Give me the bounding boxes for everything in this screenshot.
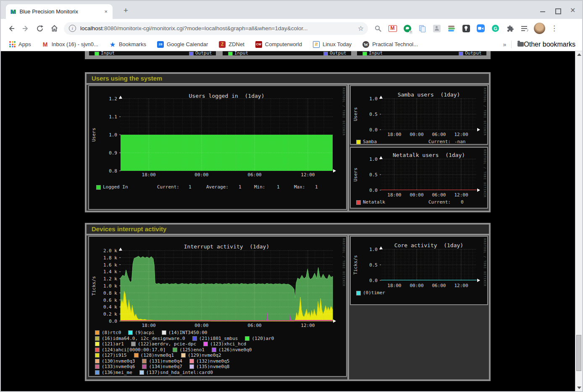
zoom-camera-extension-icon[interactable] <box>473 21 488 36</box>
y-tick-label: 0.0 <box>357 127 378 133</box>
disabled-person-extension-icon[interactable] <box>429 21 444 36</box>
bookmark-practical-technology[interactable]: W Practical Technol... <box>362 41 418 48</box>
legend-label: (134)nvme0q7 <box>149 364 182 369</box>
computerworld-icon: CW <box>255 41 262 48</box>
search-extension-icon[interactable] <box>370 21 385 36</box>
legend-swatch <box>189 364 194 369</box>
samba-users-graph[interactable]: Samba users (1day)Users1.00.50.018:0000:… <box>350 85 488 145</box>
zdnet-icon: Z <box>219 41 226 48</box>
legend-label: (128)nvme0q1 <box>141 353 174 358</box>
legend-swatch <box>128 330 133 335</box>
window-maximize-button[interactable] <box>555 8 561 14</box>
copy-pages-extension-icon[interactable] <box>415 21 429 36</box>
legend-label: Samba <box>363 139 377 144</box>
y-tick-label: 0.0 <box>357 188 378 193</box>
legend-row: (8)rtc0(9)acpi(14)INT3450:00 <box>95 330 281 336</box>
legend-label: (135)nvme0q8 <box>196 364 229 369</box>
legend-row: (130)nvme0q3(131)nvme0q4(132)nvme0q5 <box>95 358 281 364</box>
top-partial-graph-2[interactable]: Input Output <box>222 51 352 56</box>
y-tick-label: 1.0 <box>357 96 378 102</box>
y-tick-label: 1.8 k <box>96 255 117 261</box>
legend-swatch <box>95 370 100 375</box>
legend-swatch <box>356 140 361 144</box>
bookmark-star-icon[interactable]: ☆ <box>358 24 364 32</box>
x-tick-label: 06:00 <box>432 192 446 198</box>
top-partial-graph-3[interactable]: Input Output <box>356 51 487 56</box>
output-legend-swatch <box>459 52 463 56</box>
y-tick-label: 0.5 <box>357 262 378 268</box>
stat-value: 1 <box>315 184 318 190</box>
url-text[interactable]: localhost:8080/monitorix-cgi/monitorix.c… <box>80 25 354 31</box>
input-legend-swatch <box>228 52 233 56</box>
tab-close-icon[interactable]: × <box>102 8 109 16</box>
y-tick-label: 0.0 <box>357 278 378 283</box>
page-scrollbar[interactable] <box>575 51 582 391</box>
stat-value: 0 <box>461 199 464 205</box>
legend-label: (127)i915 <box>102 353 127 358</box>
apps-shortcut[interactable]: Apps <box>9 41 31 47</box>
back-button[interactable] <box>4 21 18 36</box>
chrome-menu-icon[interactable]: ⋮ <box>547 21 562 36</box>
graph-title: Users logged in (1day) <box>189 93 264 99</box>
y-tick-label: 0.9 <box>96 150 117 156</box>
legend-label: Logged In <box>103 184 128 190</box>
x-tick-label: 06:00 <box>432 132 446 137</box>
x-tick-label: 06:00 <box>432 283 446 288</box>
y-tick-label: 0.6 k <box>96 298 117 303</box>
stat-value: -nan <box>454 139 466 144</box>
y-tick-label: 0.5 <box>357 172 378 178</box>
y-tick-label: 1.0 <box>357 157 378 162</box>
other-bookmarks-label[interactable]: Other bookmarks <box>524 41 575 48</box>
users-logged-in-graph[interactable]: Users logged in (1day)Users1.21.11.00.90… <box>88 85 347 210</box>
legend-label: (21)i801_smbus <box>199 336 238 341</box>
forward-button[interactable] <box>18 21 33 36</box>
scrollbar-thumb[interactable] <box>576 335 581 371</box>
input-legend-label: Input <box>101 51 115 56</box>
scrollbar-down-arrow[interactable] <box>577 387 581 389</box>
playlist-extension-icon[interactable]: ♪ <box>517 21 532 36</box>
core-activity-graph[interactable]: Core activity (1day)Ticks/s1.00.50.018:0… <box>350 236 488 305</box>
window-close-button[interactable]: ✕ <box>570 6 575 14</box>
grammarly-extension-icon[interactable]: G <box>488 21 503 36</box>
extensions-puzzle-icon[interactable] <box>503 21 517 36</box>
reload-button[interactable] <box>33 21 47 36</box>
gmail-extension-icon[interactable]: M <box>385 21 400 36</box>
site-info-icon[interactable]: i <box>69 25 76 32</box>
legend-label: (126)nvme0q0 <box>218 347 252 353</box>
bookmark-zdnet[interactable]: Z ZDNet <box>219 41 244 48</box>
legend-label: (124)ahci[0000:00:17.0] <box>102 347 165 353</box>
legend-label: (136)mei_me <box>102 370 132 375</box>
window-minimize-button[interactable] <box>540 11 545 12</box>
x-tick-label: 18:00 <box>142 172 156 178</box>
x-tick-label: 18:00 <box>387 132 401 137</box>
bookmark-inbox[interactable]: M Inbox (16) - sjvn0... <box>42 41 98 48</box>
home-button[interactable] <box>47 21 61 36</box>
google-voice-extension-icon[interactable]: ? <box>400 21 415 36</box>
interrupt-activity-graph[interactable]: Interrupt activity (1day)Ticks/s2.0 k1.8… <box>88 236 347 377</box>
bookmark-google-calendar[interactable]: 28 Google Calendar <box>157 41 208 48</box>
legend-swatch <box>162 330 166 335</box>
legend-label: (0)timer <box>363 290 385 295</box>
output-legend-label: Output <box>330 51 347 56</box>
bookmark-linux-today[interactable]: lt Linux Today <box>313 41 352 48</box>
legend-label: Netatalk <box>363 199 385 205</box>
legend-swatch <box>95 336 100 341</box>
y-tick-label: 1.4 k <box>96 269 117 274</box>
address-bar[interactable]: i localhost:8080/monitorix-cgi/monitorix… <box>64 22 368 35</box>
lamp-extension-icon[interactable] <box>459 21 473 36</box>
profile-avatar[interactable] <box>532 21 547 36</box>
legend-swatch <box>181 353 186 358</box>
bookmarks-overflow-chevron[interactable]: » <box>503 41 506 48</box>
legend-row: (127)i915(128)nvme0q1(129)nvme0q2 <box>95 353 281 358</box>
legend-swatch <box>203 342 208 346</box>
bookmark-computerworld[interactable]: CW Computerworld <box>255 41 302 48</box>
input-legend-label: Input <box>369 51 383 56</box>
scrollbar-up-arrow[interactable] <box>577 53 581 56</box>
new-tab-button[interactable]: + <box>123 6 128 15</box>
books-stack-extension-icon[interactable] <box>444 21 459 36</box>
rrdtool-watermark: RRDTOOL / TOBI OETIKER <box>342 238 345 287</box>
browser-tab[interactable]: M Blue Precision Monitorix × <box>6 4 113 19</box>
top-partial-graph-1[interactable]: Input Output <box>88 51 217 56</box>
netatalk-users-graph[interactable]: Netatalk users (1day)Users1.00.50.018:00… <box>350 147 488 209</box>
bookmark-bookmarks[interactable]: ★ Bookmarks <box>109 41 146 48</box>
